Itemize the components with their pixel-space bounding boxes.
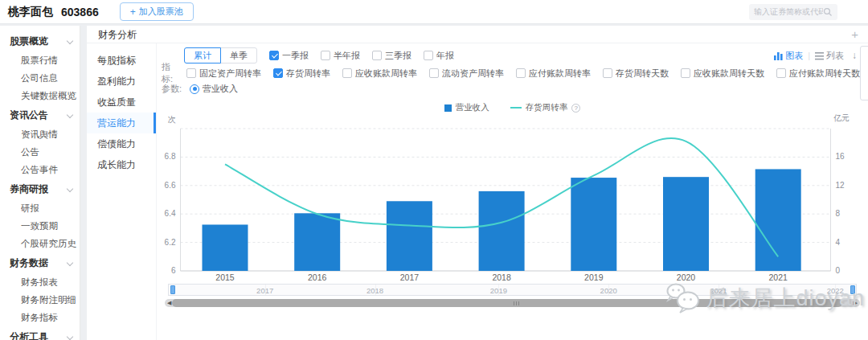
bar-2020[interactable] [663,177,709,271]
scrollbar-handle[interactable] [172,299,843,307]
sidebar-item-财务指标[interactable]: 财务指标 [0,309,80,326]
sidebar-item-一致预期[interactable]: 一致预期 [0,217,80,235]
download-icon[interactable]: ↓ [852,50,857,61]
svg-text:2021: 2021 [769,272,788,282]
sidebar-item-股票行情[interactable]: 股票行情 [0,51,80,69]
svg-text:2016: 2016 [308,272,327,282]
bar-2016[interactable] [294,213,340,271]
sidebar-item-label: 公告事件 [21,165,58,174]
security-search-box[interactable] [749,4,837,20]
submenu-item-盈利能力[interactable]: 盈利能力 [87,71,156,92]
top-header: 桃李面包 603866 + 加入股票池 [0,0,868,24]
checkbox-icon [603,68,612,78]
sidebar-group-label: 分析工具 [10,331,48,340]
report-checkbox-三季报[interactable]: 三季报 [372,50,411,62]
sidebar-item-资讯舆情[interactable]: 资讯舆情 [0,125,80,143]
bar-2015[interactable] [203,224,248,271]
chevron-down-icon [67,260,73,266]
search-input[interactable] [754,7,823,16]
submenu-item-收益质量[interactable]: 收益质量 [87,92,156,113]
bar-2019[interactable] [571,178,616,271]
sidebar-item-label: 财务指标 [21,313,58,322]
panel-title: 财务分析 [98,29,137,40]
report-checkbox-label: 半年报 [334,50,360,62]
period-toolbar: 累计单季 一季报半年报三季报年报 图表 | [157,43,868,65]
svg-text:6.6: 6.6 [165,181,176,190]
analysis-panel: 财务分析 + 每股指标盈利能力收益质量营运能力偿债能力成长能力 累计单季 一季报… [87,26,868,340]
chevron-down-icon [67,38,73,44]
report-checkbox-半年报[interactable]: 半年报 [321,50,360,62]
scroll-left-icon[interactable]: ◀ [167,299,171,307]
indicator-checkbox-流动资产周转率[interactable]: 流动资产周转率 [429,68,504,80]
sidebar-item-公告事件[interactable]: 公告事件 [0,161,80,178]
period-button-单季[interactable]: 单季 [220,47,257,63]
indicator-checkbox-固定资产周转率[interactable]: 固定资产周转率 [186,68,261,80]
param-radio[interactable] [190,84,199,94]
sidebar-group-财务数据[interactable]: 财务数据 [0,252,80,273]
info-icon[interactable]: ? [571,104,580,113]
submenu-item-营运能力[interactable]: 营运能力 [87,113,156,133]
sidebar-item-财务报表[interactable]: 财务报表 [0,273,80,291]
add-panel-icon[interactable]: + [851,26,858,43]
legend-swatch-bar [444,104,452,112]
sidebar-item-label: 资讯舆情 [21,129,58,139]
svg-text:6.2: 6.2 [165,238,176,247]
bar-2018[interactable] [479,191,525,271]
left-sidebar: 股票概览股票行情公司信息关键数据概览资讯公告资讯舆情公告公告事件券商研报研报一致… [0,26,80,340]
report-checkbox-一季报[interactable]: 一季报 [269,50,309,62]
slider-handle-left[interactable] [170,285,175,294]
sidebar-group-分析工具[interactable]: 分析工具 [0,326,80,340]
datazoom-slider[interactable]: 201720182019202020212022 [168,284,857,296]
sidebar-item-公告[interactable]: 公告 [0,143,80,161]
bar-2017[interactable] [387,201,432,271]
sidebar-item-财务附注明细[interactable]: 财务附注明细 [0,291,80,309]
sidebar-group-股票概览[interactable]: 股票概览 [0,31,80,51]
submenu-item-偿债能力[interactable]: 偿债能力 [87,133,156,154]
chart-view-button[interactable]: 图表 [774,50,803,62]
svg-text:2018: 2018 [492,272,511,282]
horizontal-scrollbar[interactable]: ◀ ▶ [165,299,860,307]
sidebar-item-label: 关键数据概览 [21,91,76,100]
chart-content: 累计单季 一季报半年报三季报年报 图表 | [157,43,868,340]
indicator-checkbox-应收账款周转天数[interactable]: 应收账款周转天数 [681,68,764,80]
scroll-right-icon[interactable]: ▶ [854,299,858,307]
sidebar-item-公司信息[interactable]: 公司信息 [0,69,80,87]
sidebar-item-label: 财务附注明细 [21,295,76,305]
sidebar-group-资讯公告[interactable]: 资讯公告 [0,104,80,125]
bar-chart-icon [774,51,783,60]
indicator-checkbox-应付账款周转天数[interactable]: 应付账款周转天数 [776,68,860,80]
checkbox-icon [273,68,283,78]
indicator-checkbox-存货周转率[interactable]: 存货周转率 [273,68,330,80]
submenu-item-成长能力[interactable]: 成长能力 [87,154,156,175]
submenu-item-每股指标[interactable]: 每股指标 [87,50,156,71]
divider: | [808,51,810,60]
legend-revenue[interactable]: 营业收入 [444,102,489,113]
list-view-button[interactable]: 列表 [815,50,844,62]
analysis-submenu: 每股指标盈利能力收益质量营运能力偿债能力成长能力 [87,43,157,340]
indicator-checkbox-存货周转天数[interactable]: 存货周转天数 [603,68,669,80]
indicator-checkbox-应收账款周转率[interactable]: 应收账款周转率 [342,68,417,80]
stock-name: 桃李面包 [8,5,53,19]
sidebar-item-关键数据概览[interactable]: 关键数据概览 [0,87,80,104]
slider-handle-right[interactable] [850,285,855,294]
add-to-pool-label: 加入股票池 [139,6,183,18]
sidebar-item-label: 股票行情 [21,55,58,65]
period-button-累计[interactable]: 累计 [184,47,221,63]
indicator-checkbox-应付账款周转率[interactable]: 应付账款周转率 [516,68,591,80]
add-to-pool-button[interactable]: + 加入股票池 [120,2,194,21]
legend-turnover[interactable]: 存货周转率 ? [510,102,581,113]
sidebar-item-个股研究历史[interactable]: 个股研究历史 [0,235,80,252]
checkbox-icon [776,68,786,78]
indicator-checkbox-label: 应付账款周转率 [529,68,591,80]
indicator-config-button[interactable]: 指标配置 [860,46,868,100]
chart-view-label: 图表 [785,50,803,62]
sidebar-item-label: 研报 [21,203,39,213]
svg-text:8: 8 [836,209,841,218]
sidebar-group-券商研报[interactable]: 券商研报 [0,178,80,199]
sidebar-item-研报[interactable]: 研报 [0,199,80,217]
svg-text:6.4: 6.4 [165,209,176,218]
indicator-checkbox-label: 存货周转率 [286,68,330,80]
panel-title-row: 财务分析 + [87,26,868,43]
report-checkbox-年报[interactable]: 年报 [424,50,454,62]
indicator-checkbox-label: 存货周转天数 [616,68,669,80]
